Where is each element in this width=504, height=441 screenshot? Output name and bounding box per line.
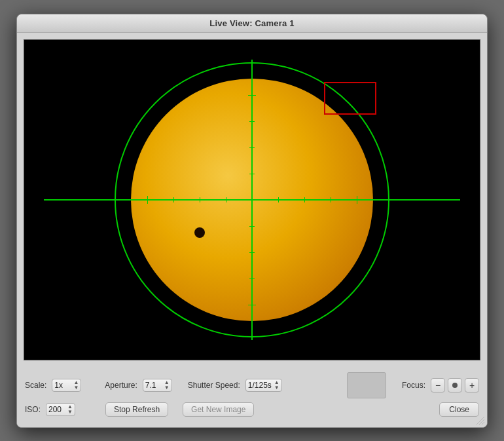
resize-grip — [477, 417, 484, 425]
tick-h-1 — [173, 197, 174, 202]
close-button[interactable]: Close — [439, 402, 479, 417]
controls-row-1: Scale: 1x ▲▼ Aperture: 7.1 ▲▼ Shutter Sp… — [25, 372, 479, 398]
tick-v-1 — [249, 121, 255, 122]
tick-v-7 — [248, 95, 256, 96]
shutter-label: Shutter Speed: — [188, 381, 240, 390]
iso-label: ISO: — [25, 405, 41, 414]
focus-dot-button[interactable] — [448, 378, 462, 393]
tick-v-3 — [249, 174, 255, 174]
tick-h-2 — [200, 197, 200, 202]
titlebar: Live View: Camera 1 — [17, 14, 487, 33]
svg-line-1 — [479, 419, 484, 425]
scale-arrows: ▲▼ — [73, 380, 79, 391]
iso-value: 200 — [48, 405, 62, 414]
focus-plus-button[interactable]: + — [465, 378, 479, 393]
tick-h-3 — [226, 197, 226, 202]
tick-v-5 — [249, 252, 255, 253]
tick-h-5 — [304, 197, 305, 202]
controls-row-2: ISO: 200 ▲▼ Stop Refresh Get New Image C… — [25, 402, 479, 417]
scale-label: Scale: — [25, 381, 46, 390]
selection-rectangle — [324, 82, 376, 115]
shutter-select[interactable]: 1/125s ▲▼ — [245, 379, 282, 392]
tick-v-4 — [249, 226, 255, 227]
aperture-select[interactable]: 7.1 ▲▼ — [143, 379, 172, 392]
focus-controls: − + — [431, 378, 479, 393]
tick-h-4 — [278, 197, 279, 202]
main-window: Live View: Camera 1 — [16, 14, 488, 428]
tick-v-8 — [248, 305, 256, 305]
focus-label: Focus: — [402, 381, 425, 390]
shutter-value: 1/125s — [248, 381, 272, 390]
aperture-label: Aperture: — [105, 381, 137, 390]
tick-h-7 — [147, 196, 148, 204]
aperture-value: 7.1 — [145, 381, 156, 390]
scale-value: 1x — [54, 381, 63, 390]
tick-v-2 — [249, 147, 255, 148]
aperture-arrows: ▲▼ — [164, 380, 170, 391]
focus-minus-button[interactable]: − — [431, 378, 445, 393]
svg-line-2 — [482, 422, 484, 425]
tick-v-6 — [249, 278, 255, 279]
window-title: Live View: Camera 1 — [209, 18, 294, 28]
preview-box — [347, 372, 386, 398]
crosshair-vertical — [251, 60, 253, 340]
tick-h-6 — [331, 197, 331, 202]
shutter-arrows: ▲▼ — [274, 380, 279, 391]
sunspot — [194, 227, 205, 238]
iso-select[interactable]: 200 ▲▼ — [46, 403, 75, 416]
stop-refresh-button[interactable]: Stop Refresh — [105, 402, 168, 417]
iso-arrows: ▲▼ — [67, 404, 73, 415]
controls-panel: Scale: 1x ▲▼ Aperture: 7.1 ▲▼ Shutter Sp… — [17, 367, 487, 427]
tick-h-8 — [357, 196, 357, 204]
get-new-image-button[interactable]: Get New Image — [183, 402, 254, 417]
scale-select[interactable]: 1x ▲▼ — [52, 379, 81, 392]
viewport — [24, 39, 480, 360]
